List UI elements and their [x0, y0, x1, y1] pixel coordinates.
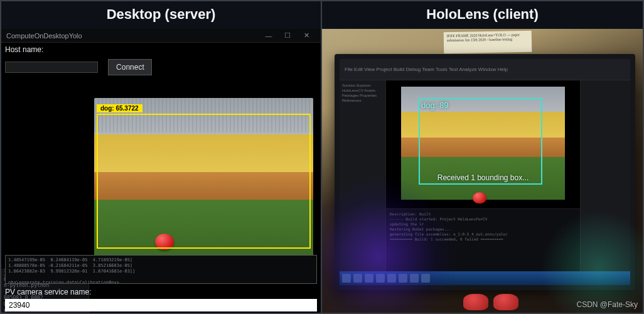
taskbar-icon[interactable] — [376, 274, 385, 283]
camera-viewer: dog: 65.3722 — [1, 92, 321, 269]
build-output: Description: Built ------ Build started:… — [386, 208, 580, 271]
red-ball-client — [473, 192, 486, 203]
desk-photo: IEEE FRAME 2020 HoloLens+YOLO — paper su… — [322, 29, 643, 313]
taskbar-icon[interactable] — [410, 274, 419, 283]
client-pane-title: HoloLens (client) — [322, 1, 643, 29]
window-title: ComputeOnDesktopYolo — [6, 32, 82, 40]
shoe — [463, 294, 488, 310]
maximize-icon[interactable]: ☐ — [278, 31, 297, 40]
minimize-icon[interactable]: — — [259, 32, 278, 40]
pv-service-label: PV camera service name: — [5, 288, 91, 296]
client-pane-body: IEEE FRAME 2020 HoloLens+YOLO — paper su… — [322, 29, 643, 313]
ide-main: dog: 89 Received 1 bounding box... Descr… — [386, 80, 580, 271]
shoe — [493, 294, 518, 310]
detection-bbox-client — [419, 98, 542, 185]
ide-body: Solution Explorer HoloLensCV Assets Pack… — [340, 80, 630, 271]
console-text: 1.48547199e-05 0.24684119e-05 4.71893219… — [8, 257, 314, 284]
window-titlebar: ComputeOnDesktopYolo — ☐ ✕ — [1, 29, 321, 43]
detection-label: dog: 65.3722 — [97, 104, 142, 112]
shoes — [463, 294, 518, 310]
sticky-note: IEEE FRAME 2020 HoloLens+YOLO — paper su… — [444, 31, 532, 53]
ide-menubar: File Edit View Project Build Debug Team … — [340, 59, 630, 80]
taskbar-icon[interactable] — [399, 274, 407, 283]
watermark: CSDN @Fate-Sky — [576, 300, 638, 309]
detection-label-client: dog: 89 — [421, 100, 448, 110]
comparison-container: Desktop (server) ComputeOnDesktopYolo — … — [0, 0, 644, 314]
app-window: ComputeOnDesktopYolo — ☐ ✕ Host name: Co… — [1, 29, 321, 313]
host-input[interactable] — [5, 62, 98, 73]
host-label: Host name: — [1, 43, 321, 55]
solution-explorer: Solution Explorer HoloLensCV Assets Pack… — [340, 80, 386, 271]
taskbar-icon[interactable] — [353, 274, 362, 283]
taskbar-icon[interactable] — [387, 274, 396, 283]
windows-taskbar — [340, 271, 630, 285]
build-output-text: Description: Built ------ Build started:… — [390, 212, 576, 242]
server-pane: Desktop (server) ComputeOnDesktopYolo — … — [1, 1, 322, 313]
output-console: 1.48547199e-05 0.24684119e-05 4.71893219… — [5, 255, 317, 284]
taskbar-icon[interactable] — [365, 274, 373, 283]
taskbar-icon[interactable] — [421, 274, 430, 283]
client-pane: HoloLens (client) IEEE FRAME 2020 HoloLe… — [322, 1, 643, 313]
properties-panel — [580, 80, 630, 271]
server-pane-title: Desktop (server) — [1, 1, 321, 29]
pv-service-input[interactable] — [5, 299, 317, 311]
connect-button[interactable]: Connect — [108, 59, 152, 75]
detection-bbox — [97, 114, 311, 249]
close-icon[interactable]: ✕ — [297, 31, 316, 40]
start-icon[interactable] — [342, 274, 351, 283]
monitor: File Edit View Project Build Debug Team … — [335, 54, 635, 290]
server-pane-body: ComputeOnDesktopYolo — ☐ ✕ Host name: Co… — [1, 29, 321, 313]
status-text: Received 1 bounding box... — [386, 173, 580, 182]
